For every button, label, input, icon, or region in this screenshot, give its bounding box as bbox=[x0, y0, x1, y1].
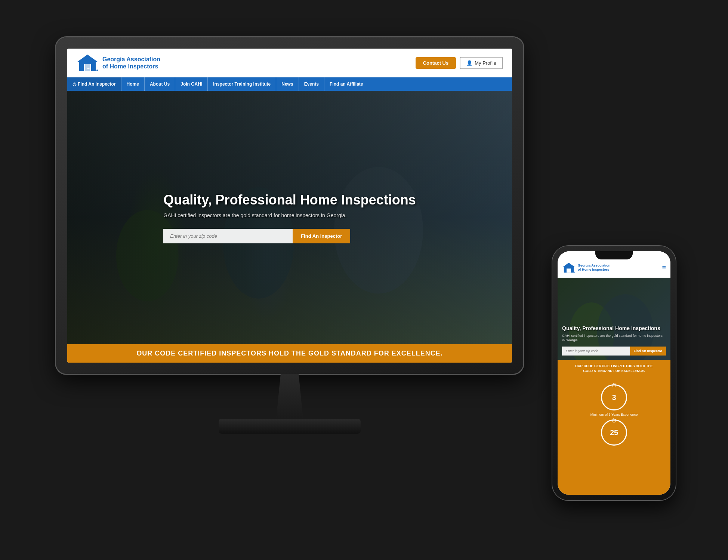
profile-button[interactable]: 👤 My Profile bbox=[460, 57, 503, 69]
phone-logo-area: GAHI Georgia Association of Home Inspect… bbox=[562, 262, 610, 274]
hero-search-form: Find An Inspector bbox=[163, 229, 350, 243]
phone-bezel: GAHI Georgia Association of Home Inspect… bbox=[552, 246, 676, 500]
logo-area: GAHI Georgia Association of Home Inspect… bbox=[76, 53, 160, 73]
phone-stat-label-years: Minimum of 3 Years Experience bbox=[590, 413, 638, 416]
timer-icon: ⏱ bbox=[611, 382, 617, 388]
phone-search-form: Find An Inspector bbox=[562, 347, 666, 356]
hero-subtitle: GAHI certified inspectors are the gold s… bbox=[163, 212, 380, 218]
find-inspector-button[interactable]: Find An Inspector bbox=[293, 229, 350, 243]
phone-stat-circle-25: ⏱ 25 bbox=[601, 419, 627, 446]
phone-hero-subtitle: GAHI certified inspectors are the gold s… bbox=[562, 333, 666, 343]
svg-point-4 bbox=[96, 70, 98, 71]
monitor-bezel: GAHI Georgia Association of Home Inspect… bbox=[56, 37, 523, 374]
nav-about[interactable]: About Us bbox=[145, 77, 175, 91]
zip-code-input[interactable] bbox=[163, 229, 293, 243]
nav-join[interactable]: Join GAHI bbox=[175, 77, 208, 91]
contact-button[interactable]: Contact Us bbox=[416, 57, 456, 69]
monitor: GAHI Georgia Association of Home Inspect… bbox=[56, 37, 523, 449]
phone-gold-text-line1: OUR CODE CERTIFIED INSPECTORS HOLD THE bbox=[562, 364, 666, 369]
phone: GAHI Georgia Association of Home Inspect… bbox=[552, 246, 676, 500]
nav-home[interactable]: Home bbox=[121, 77, 145, 91]
phone-stat-number-25: 25 bbox=[610, 428, 618, 437]
logo-title-line1: Georgia Association bbox=[102, 56, 160, 63]
logo-title-line2: of Home Inspectors bbox=[102, 63, 160, 70]
phone-notch bbox=[595, 251, 633, 259]
svg-text:GAHI: GAHI bbox=[85, 67, 90, 70]
phone-logo-icon: GAHI bbox=[562, 262, 576, 274]
nav-events[interactable]: Events bbox=[299, 77, 324, 91]
phone-stats-section: ⏱ 3 Minimum of 3 Years Experience ⏱ 25 bbox=[558, 377, 670, 495]
monitor-stand-base bbox=[219, 419, 361, 434]
phone-gold-text-line2: GOLD STANDARD FOR EXCELLENCE. bbox=[562, 369, 666, 373]
search-icon: ◎ bbox=[73, 81, 76, 87]
site-header: GAHI Georgia Association of Home Inspect… bbox=[67, 49, 512, 77]
site-nav: ◎ Find An Inspector Home About Us Join G… bbox=[67, 77, 512, 91]
monitor-stand-neck bbox=[267, 374, 312, 419]
phone-stat-item-1: ⏱ 3 Minimum of 3 Years Experience bbox=[590, 384, 638, 416]
logo-icon: GAHI bbox=[76, 53, 99, 73]
phone-find-button[interactable]: Find An Inspector bbox=[630, 347, 666, 356]
hamburger-menu-icon[interactable]: ≡ bbox=[662, 264, 666, 272]
gold-banner-text: OUR CODE CERTIFIED INSPECTORS HOLD THE G… bbox=[73, 350, 507, 357]
phone-screen: GAHI Georgia Association of Home Inspect… bbox=[558, 251, 670, 495]
scene: GAHI Georgia Association of Home Inspect… bbox=[37, 37, 691, 523]
monitor-screen: GAHI Georgia Association of Home Inspect… bbox=[67, 49, 512, 363]
header-buttons: Contact Us 👤 My Profile bbox=[416, 57, 503, 69]
svg-point-12 bbox=[574, 272, 575, 273]
phone-hero-title: Quality, Professional Home Inspections bbox=[562, 325, 666, 331]
hero-section: Quality, Professional Home Inspections G… bbox=[67, 91, 512, 344]
phone-zip-input[interactable] bbox=[562, 347, 630, 356]
hero-content: Quality, Professional Home Inspections G… bbox=[156, 185, 423, 251]
phone-stat-item-2: ⏱ 25 bbox=[601, 419, 627, 446]
nav-find-inspector[interactable]: ◎ Find An Inspector bbox=[67, 77, 121, 91]
phone-gold-banner: OUR CODE CERTIFIED INSPECTORS HOLD THE G… bbox=[558, 360, 670, 377]
phone-stat-circle-years: ⏱ 3 bbox=[601, 384, 627, 410]
hero-title: Quality, Professional Home Inspections bbox=[163, 192, 416, 208]
nav-affiliate[interactable]: Find an Affiliate bbox=[324, 77, 368, 91]
timer-icon-2: ⏱ bbox=[611, 418, 617, 424]
svg-text:GAHI: GAHI bbox=[567, 270, 571, 272]
phone-stat-number-years: 3 bbox=[612, 393, 616, 402]
phone-logo-text: Georgia Association of Home Inspectors bbox=[578, 264, 610, 272]
nav-news[interactable]: News bbox=[276, 77, 299, 91]
website: GAHI Georgia Association of Home Inspect… bbox=[67, 49, 512, 363]
nav-training[interactable]: Inspector Training Institute bbox=[208, 77, 276, 91]
phone-hero-content: Quality, Professional Home Inspections G… bbox=[558, 321, 670, 360]
user-icon: 👤 bbox=[466, 60, 472, 66]
logo-text-block: Georgia Association of Home Inspectors bbox=[102, 56, 160, 70]
phone-hero: Quality, Professional Home Inspections G… bbox=[558, 278, 670, 360]
gold-banner: OUR CODE CERTIFIED INSPECTORS HOLD THE G… bbox=[67, 344, 512, 363]
